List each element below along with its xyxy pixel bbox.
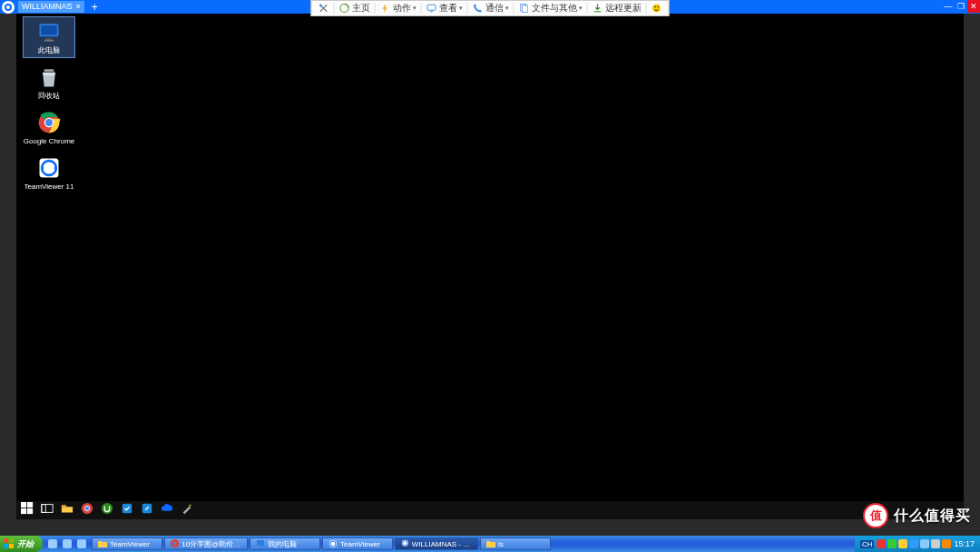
svg-rect-10: [46, 38, 53, 40]
maximize-button[interactable]: ❐: [955, 0, 967, 13]
taskbar-taskview[interactable]: [40, 503, 54, 518]
tv-icon: [328, 539, 338, 548]
toolbar-download[interactable]: 远程更新: [589, 1, 645, 15]
toolbar-label: 通信: [485, 2, 504, 15]
ql-desktop[interactable]: [46, 537, 59, 550]
svg-rect-21: [27, 508, 33, 514]
svg-point-7: [657, 6, 659, 8]
dropdown-caret-icon: ▾: [505, 5, 509, 12]
link-icon: [141, 502, 153, 518]
folder-icon: [486, 539, 495, 548]
taskbar-onedrive[interactable]: [160, 503, 174, 518]
chrome-icon: [36, 110, 62, 135]
new-tab-button[interactable]: +: [92, 1, 98, 14]
close-button[interactable]: ✕: [967, 0, 980, 13]
teamviewer-toolbar[interactable]: 主页动作▾查看▾通信▾文件与其他▾远程更新: [311, 0, 670, 16]
icon-label: TeamViewer 11: [24, 182, 74, 192]
ie-icon: [61, 537, 74, 550]
icon-label: Google Chrome: [24, 137, 74, 146]
task-TeamViewer[interactable]: TeamViewer: [322, 537, 393, 550]
dropdown-caret-icon: ▾: [579, 5, 583, 12]
svg-rect-9: [41, 25, 57, 35]
task-ls[interactable]: ls: [480, 537, 551, 550]
teamviewer-logo-icon: [2, 1, 15, 14]
svg-rect-12: [44, 69, 54, 72]
svg-rect-18: [21, 502, 26, 508]
ql-mail[interactable]: [75, 537, 88, 550]
desktop-icon-recycle[interactable]: 回收站: [24, 63, 74, 103]
watermark-badge-icon: 值: [863, 503, 888, 528]
home-icon: [339, 3, 350, 14]
toolbar-home[interactable]: 主页: [336, 1, 374, 15]
task-WILLIAMNAS - Tea...[interactable]: WILLIAMNAS - Tea...: [395, 537, 478, 550]
explorer-icon: [61, 502, 74, 518]
files-icon: [519, 3, 530, 14]
task-10分享图@勤俭花...[interactable]: 10分享图@勤俭花...: [164, 537, 248, 550]
tray-shield-icon[interactable]: [942, 539, 951, 548]
toolbar-pin-x[interactable]: [315, 1, 333, 15]
desktop-icon-teamviewer[interactable]: TeamViewer 11: [24, 153, 74, 193]
taskbar-wand[interactable]: [180, 503, 194, 518]
chrome-icon: [171, 539, 179, 548]
svg-rect-22: [42, 505, 53, 513]
taskbar-start[interactable]: [20, 503, 34, 518]
svg-point-5: [652, 5, 661, 13]
svg-rect-24: [62, 506, 66, 508]
tray-lang[interactable]: CH: [860, 540, 875, 548]
tray-green-icon[interactable]: [887, 539, 897, 548]
taskbar-explorer[interactable]: [60, 503, 74, 518]
task-label: 10分享图@勤俭花...: [181, 539, 241, 549]
svg-point-31: [190, 505, 191, 507]
toolbar-label: 文件与其他: [532, 2, 577, 15]
svg-rect-35: [9, 544, 14, 548]
system-tray[interactable]: CH 15:17: [855, 536, 980, 552]
toolbar-smiley[interactable]: [648, 1, 666, 15]
taskbar-utorrent[interactable]: [100, 503, 114, 518]
session-frame: 此电脑回收站Google ChromeTeamViewer 11: [0, 14, 980, 536]
svg-rect-20: [21, 508, 26, 514]
task-label: ls: [498, 540, 504, 548]
toolbar-phone[interactable]: 通信▾: [469, 1, 513, 15]
svg-point-28: [102, 503, 113, 514]
svg-rect-38: [77, 539, 86, 548]
remote-taskbar[interactable]: [16, 501, 964, 519]
taskview-icon: [41, 502, 54, 518]
taskbar-chrome[interactable]: [80, 503, 94, 518]
todo-icon: [121, 502, 133, 518]
download-icon: [593, 3, 603, 14]
session-tab[interactable]: WILLIAMNAS ×: [18, 1, 84, 13]
tray-net-icon[interactable]: [920, 539, 929, 548]
task-我的电脑[interactable]: 我的电脑: [250, 537, 320, 550]
mail-icon: [75, 537, 88, 550]
svg-rect-23: [42, 505, 45, 513]
pc-icon: [256, 539, 265, 548]
minimize-button[interactable]: —: [942, 0, 955, 13]
start-label: 开始: [17, 538, 34, 550]
tray-blue-icon[interactable]: [909, 539, 918, 548]
bin-icon: [36, 64, 62, 90]
tray-red-icon[interactable]: [877, 539, 886, 548]
taskbar-link[interactable]: [140, 503, 154, 518]
task-TeamViewer[interactable]: TeamViewer: [92, 537, 162, 550]
pin-x-icon: [318, 3, 329, 14]
tray-yellow-icon[interactable]: [898, 539, 907, 548]
desktop-icon-this-pc[interactable]: 此电脑: [24, 17, 74, 57]
icon-label: 回收站: [38, 92, 60, 101]
start-button[interactable]: 开始: [0, 536, 43, 552]
tab-close-icon[interactable]: ×: [76, 1, 81, 13]
tray-vol-icon[interactable]: [931, 539, 940, 548]
local-taskbar[interactable]: 开始 TeamViewer10分享图@勤俭花...我的电脑TeamViewerW…: [0, 536, 980, 552]
remote-desktop[interactable]: 此电脑回收站Google ChromeTeamViewer 11: [16, 14, 964, 519]
bolt-icon: [380, 3, 391, 14]
task-label: 我的电脑: [268, 539, 297, 549]
desktop-icon-chrome[interactable]: Google Chrome: [24, 108, 74, 148]
taskbar-todo[interactable]: [120, 503, 134, 518]
window-controls: — ❐ ✕: [942, 0, 980, 13]
toolbar-bolt[interactable]: 动作▾: [377, 1, 420, 15]
svg-point-15: [45, 119, 53, 126]
toolbar-monitor[interactable]: 查看▾: [423, 1, 466, 15]
watermark-text: 什么值得买: [894, 507, 971, 526]
ql-ie[interactable]: [61, 537, 74, 550]
svg-rect-36: [48, 539, 57, 548]
toolbar-files[interactable]: 文件与其他▾: [515, 1, 586, 15]
